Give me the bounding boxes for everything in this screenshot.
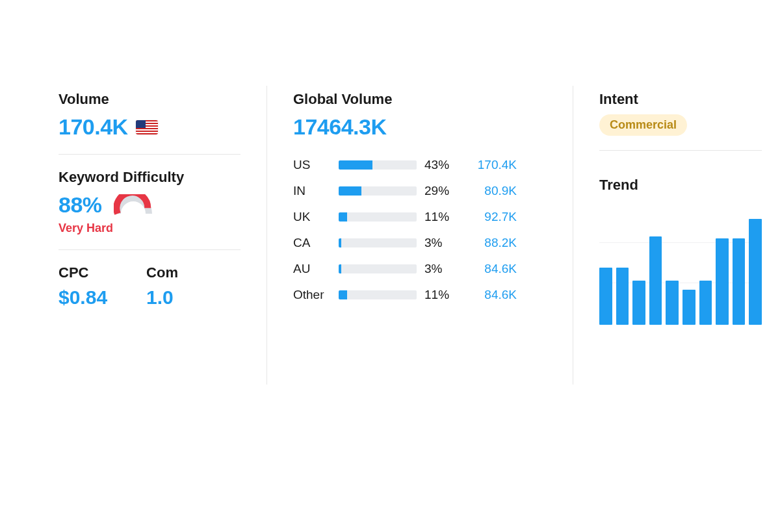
bar-track — [339, 238, 417, 247]
volume-amount: 84.6K — [467, 288, 517, 302]
intent-label: Intent — [599, 91, 762, 108]
volume-amount: 88.2K — [467, 236, 517, 250]
trend-bar — [666, 281, 679, 325]
country-row: US43%170.4K — [293, 158, 547, 172]
kd-value-row: 88% — [58, 192, 240, 218]
trend-bar-chart — [599, 214, 762, 325]
country-row: CA3%88.2K — [293, 236, 547, 250]
percentage: 29% — [424, 184, 460, 198]
trend-bar — [599, 268, 612, 325]
gauge-icon — [114, 194, 153, 216]
country-code: US — [293, 158, 331, 172]
volume-amount: 84.6K — [467, 262, 517, 276]
trend-bar — [733, 238, 746, 325]
bar-fill — [339, 264, 341, 273]
volume-amount: 80.9K — [467, 184, 517, 198]
country-code: IN — [293, 184, 331, 198]
bar-fill — [339, 186, 361, 196]
cpc-com-row: CPC $0.84 Com 1.0 — [58, 264, 240, 309]
cpc-block: CPC $0.84 — [58, 264, 107, 309]
divider — [58, 249, 240, 250]
global-volume-label: Global Volume — [293, 91, 547, 108]
trend-bar — [749, 219, 762, 325]
trend-bar — [682, 290, 696, 325]
percentage: 3% — [424, 262, 460, 276]
bar-track — [339, 290, 417, 299]
trend-label: Trend — [599, 177, 762, 194]
divider — [58, 154, 240, 155]
vertical-divider — [266, 86, 267, 385]
volume-amount: 92.7K — [467, 210, 517, 224]
volume-value-row: 170.4K — [58, 114, 240, 140]
trend-bar — [616, 268, 629, 325]
cpc-label: CPC — [58, 264, 107, 281]
kd-rating: Very Hard — [58, 222, 240, 235]
volume-value: 170.4K — [58, 114, 128, 140]
country-row: UK11%92.7K — [293, 210, 547, 224]
bar-fill — [339, 238, 341, 247]
trend-bar — [649, 236, 662, 325]
bar-fill — [339, 160, 372, 170]
global-volume-column: Global Volume 17464.3K US43%170.4KIN29%8… — [293, 91, 547, 385]
divider — [599, 150, 762, 151]
country-row: AU3%84.6K — [293, 262, 547, 276]
global-volume-value: 17464.3K — [293, 114, 547, 140]
country-code: Other — [293, 288, 331, 302]
country-code: AU — [293, 262, 331, 276]
bar-track — [339, 186, 417, 196]
percentage: 3% — [424, 236, 460, 250]
bar-fill — [339, 212, 347, 222]
country-code: CA — [293, 236, 331, 250]
volume-column: Volume 170.4K Keyword Difficulty 88% Ver… — [58, 91, 240, 385]
trend-bar — [699, 281, 712, 325]
country-code: UK — [293, 210, 331, 224]
intent-badge: Commercial — [599, 114, 687, 136]
volume-label: Volume — [58, 91, 240, 108]
bar-track — [339, 160, 417, 170]
intent-trend-column: Intent Commercial Trend — [599, 91, 762, 385]
country-row: Other11%84.6K — [293, 288, 547, 302]
volume-amount: 170.4K — [467, 158, 517, 172]
percentage: 43% — [424, 158, 460, 172]
us-flag-icon — [136, 120, 158, 134]
vertical-divider — [573, 86, 573, 385]
percentage: 11% — [424, 288, 460, 302]
com-value: 1.0 — [146, 286, 178, 309]
trend-bar — [632, 281, 645, 325]
cpc-value: $0.84 — [58, 286, 107, 309]
com-label: Com — [146, 264, 178, 281]
kd-value: 88% — [58, 192, 102, 218]
com-block: Com 1.0 — [146, 264, 178, 309]
percentage: 11% — [424, 210, 460, 224]
country-breakdown-table: US43%170.4KIN29%80.9KUK11%92.7KCA3%88.2K… — [293, 158, 547, 302]
country-row: IN29%80.9K — [293, 184, 547, 198]
bar-track — [339, 212, 417, 222]
trend-block: Trend — [599, 177, 762, 325]
bar-fill — [339, 290, 347, 299]
bar-track — [339, 264, 417, 273]
trend-bar — [716, 238, 729, 325]
kd-label: Keyword Difficulty — [58, 169, 240, 186]
